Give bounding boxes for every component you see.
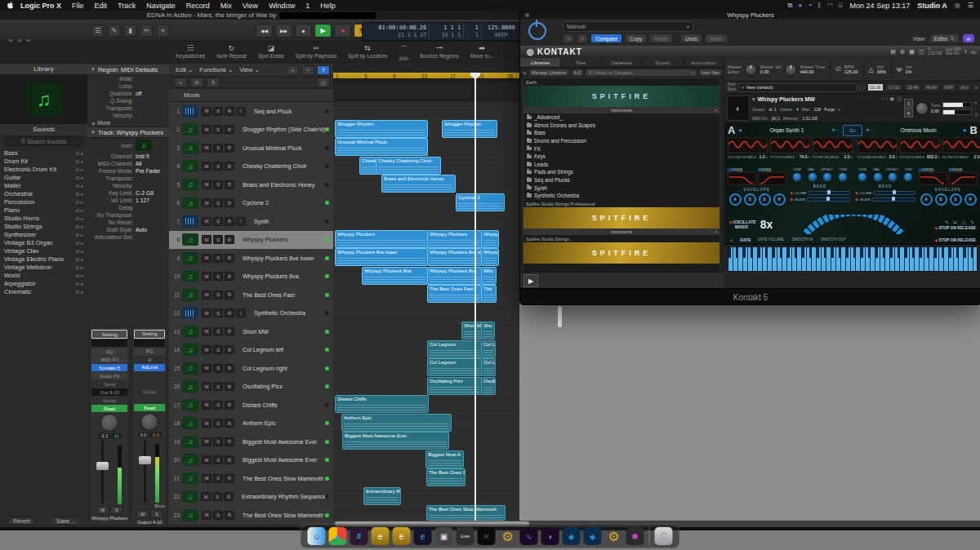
track-row-23[interactable]: 23♫MSRThe Best Ones Slow Mammoth	[169, 506, 333, 526]
library-item-piano[interactable]: Piano⊕ ▸	[0, 206, 87, 214]
region-shugger-rhythm[interactable]: Shugger Rhythm	[335, 120, 428, 138]
mute-button[interactable]: M	[202, 401, 212, 410]
solo-button[interactable]: S	[213, 364, 223, 373]
duplicate-track-button[interactable]: ⧉	[190, 78, 203, 87]
library-item-actions[interactable]: ⊕ ▸	[75, 207, 83, 213]
region-whyspy-pluckers-8va[interactable]: Whyspy Pluckers 8va	[427, 267, 482, 285]
region-why[interactable]: Why	[481, 267, 497, 285]
save-icon[interactable]: ▤	[890, 49, 896, 55]
redo-button[interactable]: Redo	[705, 33, 728, 43]
speaker-icon[interactable]: ◄︷	[831, 126, 840, 134]
record-enable-button[interactable]: R	[225, 125, 234, 134]
toolbar-move-to-[interactable]: ➡Move to...	[470, 44, 494, 61]
track-row-15[interactable]: 15♫MSRCol Legnum right	[169, 359, 333, 379]
mute-button[interactable]: M	[202, 327, 212, 336]
save-button[interactable]: Save...	[51, 517, 80, 526]
limiter-slot[interactable]: AdLimit	[134, 364, 165, 371]
wobble-b-filter-wobble[interactable]: FILTER WOBBLE2.0♪	[942, 137, 980, 166]
solo-button[interactable]: S	[213, 125, 223, 134]
region-the-best-ones-s[interactable]: The Best Ones S	[426, 468, 466, 486]
finder-icon[interactable]: ☺	[308, 527, 326, 545]
track-row-2[interactable]: 2♫MSRShugger Rhythm (Side Chain'd)	[169, 121, 333, 140]
library-search-field[interactable]: ⚲ Library or Company ×	[586, 69, 697, 76]
track-row-5[interactable]: 5♫MSRBrass and Electronic Honey	[169, 175, 333, 195]
preset-menu[interactable]: Manual ▾	[563, 21, 693, 32]
mute-button[interactable]: M	[202, 291, 212, 299]
speaker-icon[interactable]: ◄︷	[865, 126, 875, 134]
clone-slider[interactable]	[873, 191, 915, 195]
view-selector[interactable]: Editor⇅	[929, 33, 960, 43]
copy-button[interactable]: Copy	[625, 33, 647, 43]
browser-tab-expert[interactable]: Expert	[643, 58, 684, 67]
track-param-delay[interactable]: Delay	[87, 204, 169, 211]
track-icon[interactable]: ♫	[136, 140, 152, 151]
envelope-knob-a[interactable]: A	[920, 193, 933, 206]
bounce-label[interactable]: Bnce	[134, 503, 165, 508]
region-distant-chiffs[interactable]: Distant Chiffs	[335, 395, 429, 413]
wobble-b-pitch-wobble[interactable]: PITCH WOBBLE832.0♪	[900, 137, 940, 166]
output-slot[interactable]: Out 9-10	[91, 388, 127, 396]
track-param-articulation-set-[interactable]: Articulation Set:	[87, 233, 169, 241]
next-preset-button[interactable]: ›	[577, 33, 588, 43]
solo-button[interactable]: S	[213, 455, 223, 464]
track-param-velocity-[interactable]: Velocity:	[87, 182, 169, 189]
library-item-actions[interactable]: ⊕ ▸	[75, 150, 83, 156]
region-whysp[interactable]: Whysp	[481, 248, 499, 266]
mute-button[interactable]: M	[202, 125, 212, 134]
track-row-20[interactable]: 20♫MSRBiggest Most Awesome Ever	[169, 451, 333, 471]
time-machine-icon[interactable]: ◔	[808, 2, 812, 10]
region-unusual-minimal-pluck[interactable]: Unusual Minimal Pluck	[335, 138, 428, 156]
record-enable-button[interactable]: R	[225, 419, 234, 428]
keyboard-view-icon[interactable]: ▭	[970, 49, 976, 55]
midi-track-icon[interactable]: ♫	[182, 509, 198, 521]
record-enable-button[interactable]: R	[225, 198, 234, 207]
scissors-tool-icon[interactable]: ✂	[140, 24, 153, 37]
next-multi-icon[interactable]: ›	[863, 85, 865, 90]
fader-cap[interactable]	[139, 456, 151, 464]
eq-slot[interactable]: EQ	[134, 348, 165, 355]
region-cyclone-2[interactable]: Cyclone 2	[456, 193, 505, 211]
trash-icon[interactable]: ⎕	[655, 527, 673, 545]
favorite-star-icon[interactable]: ★	[962, 127, 967, 134]
solo-button[interactable]: S	[213, 419, 223, 428]
expand-instrument-icon[interactable]: ◫	[974, 112, 978, 117]
wobble-a-filter-wobble[interactable]: FILTER WOBBLE2.0♪	[813, 137, 853, 166]
apple-menu-icon[interactable]	[7, 1, 14, 11]
solo-button[interactable]: S	[213, 107, 223, 116]
track-row-17[interactable]: 17♫MSRDistant Chiffs	[169, 396, 333, 415]
menu-help[interactable]: Help	[320, 2, 336, 10]
mix-arc-gauge[interactable]	[777, 215, 930, 234]
output-value[interactable]: st. 1	[768, 107, 776, 112]
notification-center-icon[interactable]: ☰	[968, 2, 973, 9]
library-item-actions[interactable]: ⊕ ▸	[75, 158, 83, 164]
region-whysp[interactable]: Whysp	[481, 230, 499, 248]
minimize-instrument-icon[interactable]: −	[974, 106, 978, 111]
catch-playhead-icon[interactable]: ⌗	[301, 65, 314, 75]
input-monitor-button[interactable]: I	[236, 107, 246, 116]
track-inspector-header[interactable]: ▼ Track: Whyspy Pluckers	[87, 126, 169, 138]
menu-view[interactable]: View	[243, 2, 258, 10]
envelope-knob-a[interactable]: A	[729, 193, 742, 206]
region-param-transpose-[interactable]: Transpose:	[87, 104, 169, 112]
library-item-actions[interactable]: ⊕ ▸	[75, 240, 83, 246]
solo-button[interactable]: S	[213, 511, 223, 520]
snapshot-camera-icon[interactable]: ▣	[889, 95, 894, 103]
region-whyspy-pluckers[interactable]: Whyspy Pluckers	[335, 230, 428, 248]
solo-button[interactable]: S	[213, 308, 223, 317]
midi-track-icon[interactable]: ♫	[182, 436, 198, 448]
library-item-cinematic[interactable]: Cinematic⊕ ▸	[0, 287, 87, 295]
region-the[interactable]: The	[481, 285, 497, 303]
record-enable-button[interactable]: R	[225, 180, 234, 189]
region-param-mute-[interactable]: Mute:	[87, 75, 169, 82]
midi-track-icon[interactable]: ♫	[182, 233, 198, 246]
track-param-transpose-[interactable]: Transpose:	[87, 175, 169, 182]
menu-record[interactable]: Record	[186, 2, 210, 10]
midi-track-icon[interactable]: ♫	[182, 472, 198, 485]
library-item-actions[interactable]: ⊕ ▸	[75, 215, 83, 221]
phase-icon[interactable]: ⊕	[134, 356, 165, 363]
spotlight-icon[interactable]: ◎	[955, 2, 960, 9]
record-enable-button[interactable]: R	[225, 455, 234, 464]
library-banner-spitfire-studio-strings[interactable]: SPITFIRE	[523, 242, 719, 264]
record-enable-button[interactable]: R	[225, 437, 234, 446]
next-instrument-icon[interactable]: ›	[885, 95, 887, 103]
